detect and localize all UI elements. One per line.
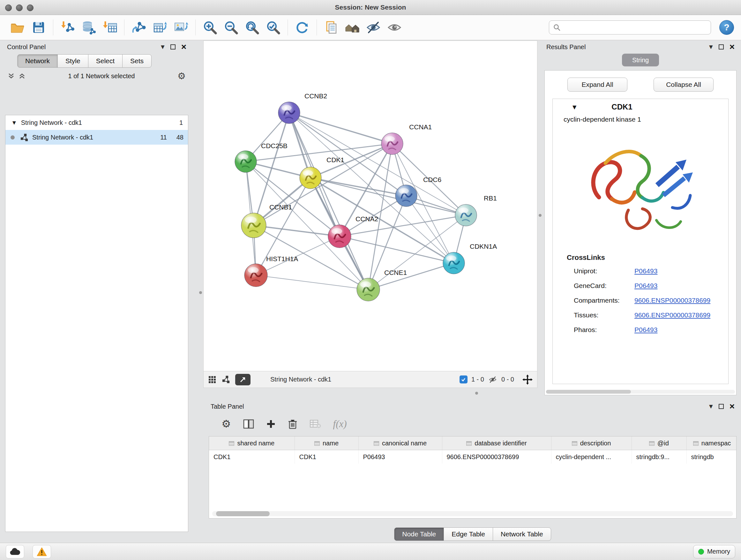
gear-icon[interactable]: ⚙ <box>178 71 186 80</box>
import-network-file-button[interactable] <box>57 18 78 37</box>
network-edge[interactable] <box>368 263 454 290</box>
tab-node-table[interactable]: Node Table <box>394 527 444 541</box>
panel-collapse-icon[interactable]: ▼ <box>709 44 713 50</box>
network-edge[interactable] <box>289 113 466 215</box>
function-builder-button[interactable]: f(x) <box>333 418 347 430</box>
network-node-CCNB2[interactable] <box>278 102 300 124</box>
panel-float-icon[interactable] <box>171 44 176 50</box>
grid-icon[interactable] <box>208 375 216 384</box>
crosslink-link[interactable]: 9606.ENSP00000378699 <box>634 297 711 304</box>
network-edge[interactable] <box>254 226 340 236</box>
network-node-CDC25B[interactable] <box>235 151 257 172</box>
collapse-all-icon[interactable] <box>8 72 15 79</box>
tab-style[interactable]: Style <box>57 54 88 68</box>
network-node-HIST1H1A[interactable] <box>245 264 267 287</box>
tab-string[interactable]: String <box>622 54 659 66</box>
tab-network[interactable]: Network <box>17 54 58 68</box>
zoom-selected-button[interactable] <box>263 18 284 37</box>
network-node-CCNE1[interactable] <box>357 278 380 301</box>
add-row-plus-icon[interactable] <box>266 419 276 429</box>
network-icon[interactable] <box>221 375 230 384</box>
network-node-CDK1[interactable] <box>300 167 321 189</box>
import-table-button[interactable] <box>99 18 120 37</box>
crosslink-link[interactable]: P06493 <box>634 282 657 290</box>
search-input[interactable] <box>564 23 707 32</box>
help-button[interactable]: ? <box>719 20 734 35</box>
network-edge[interactable] <box>340 236 454 263</box>
selected-checkbox-icon[interactable] <box>460 375 468 383</box>
panel-close-icon[interactable]: × <box>730 404 735 409</box>
zoom-fit-button[interactable] <box>242 18 263 37</box>
zoom-out-button[interactable] <box>220 18 242 37</box>
panel-collapse-icon[interactable]: ▼ <box>709 403 713 409</box>
network-node-CDC6[interactable] <box>395 185 417 206</box>
new-network-button[interactable] <box>128 18 149 37</box>
crosslink-link[interactable]: 9606.ENSP00000378699 <box>634 311 711 319</box>
hide-selected-button[interactable] <box>363 18 384 37</box>
zoom-in-button[interactable] <box>199 18 220 37</box>
memory-button[interactable]: Memory <box>693 545 735 558</box>
network-view: CCNB2CCNA1CDC25BCDK1CDC6RB1CCNB1CCNA2CDK… <box>203 41 537 388</box>
panel-close-icon[interactable]: × <box>181 44 186 50</box>
column-header[interactable]: shared name <box>209 436 294 450</box>
export-table-button[interactable] <box>149 18 171 37</box>
network-edge[interactable] <box>289 113 368 290</box>
table-hscroll-thumb[interactable] <box>216 511 270 516</box>
column-header[interactable]: namespac <box>686 436 737 450</box>
import-network-database-button[interactable] <box>78 18 99 37</box>
cloud-button[interactable] <box>6 545 24 558</box>
show-all-button[interactable] <box>384 18 405 37</box>
birdseye-view-button[interactable] <box>235 374 251 385</box>
export-image-button[interactable] <box>171 18 192 37</box>
open-session-button[interactable] <box>7 18 28 37</box>
trash-icon[interactable] <box>288 419 297 429</box>
disclosure-triangle-icon[interactable]: ▼ <box>12 120 16 125</box>
table-row[interactable]: CDK1CDK1P064939606.ENSP00000378699cyclin… <box>209 450 737 464</box>
first-neighbors-button[interactable] <box>342 18 363 37</box>
results-hscrollbar[interactable] <box>546 390 735 394</box>
column-header[interactable]: @id <box>631 436 686 450</box>
warnings-button[interactable] <box>32 545 51 558</box>
vertical-splitter-handle[interactable] <box>199 291 202 294</box>
column-header[interactable]: name <box>294 436 358 450</box>
expand-all-button[interactable]: Expand All <box>567 78 627 91</box>
crosslink-link[interactable]: P06493 <box>634 326 657 334</box>
network-row[interactable]: String Network - cdk1 11 48 <box>5 130 188 145</box>
table-hscrollbar[interactable] <box>212 511 733 516</box>
network-collection-row[interactable]: ▼ String Network - cdk1 1 <box>5 115 188 130</box>
tab-sets[interactable]: Sets <box>122 54 151 68</box>
apply-layout-button[interactable] <box>292 18 313 37</box>
network-node-CCNA2[interactable] <box>328 225 351 248</box>
vertical-splitter-handle[interactable] <box>539 214 542 217</box>
network-edge[interactable] <box>289 113 392 144</box>
network-node-RB1[interactable] <box>455 204 477 226</box>
collapse-all-button[interactable]: Collapse All <box>654 78 714 91</box>
network-canvas[interactable]: CCNB2CCNA1CDC25BCDK1CDC6RB1CCNB1CCNA2CDK… <box>204 41 537 371</box>
column-header[interactable]: database identifier <box>442 436 551 450</box>
crosslink-link[interactable]: P06493 <box>634 267 657 275</box>
expand-all-icon[interactable] <box>18 72 25 79</box>
network-edge[interactable] <box>406 196 454 263</box>
tab-edge-table[interactable]: Edge Table <box>444 527 493 541</box>
hidden-eye-slash-icon[interactable] <box>488 375 497 384</box>
panel-close-icon[interactable]: × <box>730 44 735 50</box>
network-edge[interactable] <box>256 275 368 290</box>
copy-button[interactable] <box>321 18 342 37</box>
table-settings-gear-icon[interactable]: ⚙ <box>221 420 231 428</box>
tab-network-table[interactable]: Network Table <box>493 527 551 541</box>
panel-float-icon[interactable] <box>719 44 724 50</box>
show-columns-icon[interactable] <box>243 419 254 429</box>
pan-crosshair-icon[interactable] <box>522 374 533 385</box>
column-header[interactable]: canonical name <box>358 436 442 450</box>
column-header[interactable]: description <box>551 436 631 450</box>
network-node-CDKN1A[interactable] <box>443 252 465 274</box>
network-node-CCNA1[interactable] <box>381 133 403 154</box>
results-hscroll-thumb[interactable] <box>546 390 631 394</box>
save-session-button[interactable] <box>28 18 49 37</box>
tab-select[interactable]: Select <box>88 54 123 68</box>
network-node-CCNB1[interactable] <box>241 213 266 238</box>
disclosure-triangle-icon[interactable]: ▼ <box>572 104 576 110</box>
horizontal-splitter-handle[interactable] <box>475 392 478 395</box>
panel-collapse-icon[interactable]: ▼ <box>161 44 165 50</box>
panel-float-icon[interactable] <box>719 404 724 409</box>
